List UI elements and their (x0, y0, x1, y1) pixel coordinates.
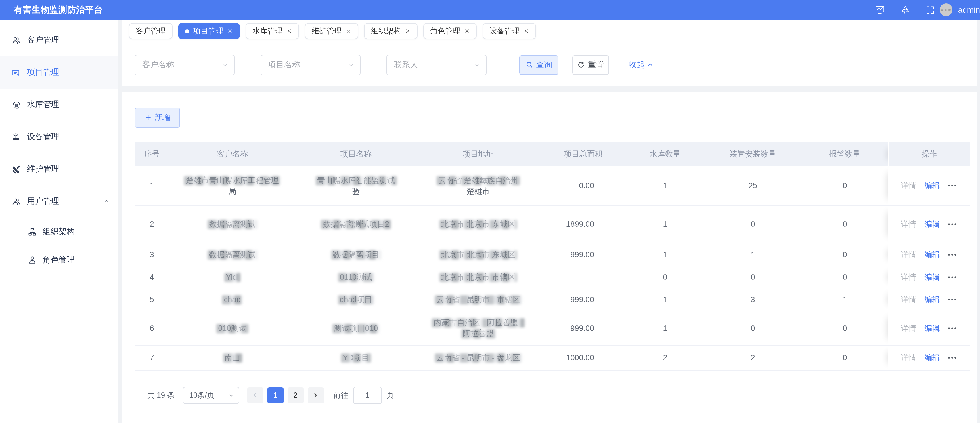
table-header-row: 序号客户名称项目名称项目地址项目总面积水库数量装置安装数量报警数量操作 (135, 142, 970, 166)
goto-label: 前往 (333, 390, 348, 400)
edit-action[interactable]: 编辑 (924, 294, 940, 305)
page-size-select[interactable]: 10条/页 (183, 386, 239, 404)
page-button-2[interactable]: 2 (287, 387, 303, 403)
sidebar-item-3[interactable]: 水库管理 (0, 89, 118, 121)
close-icon[interactable] (523, 28, 529, 34)
tab-1[interactable]: 客户管理 (129, 23, 173, 39)
column-header-9: 操作 (888, 142, 970, 166)
query-button[interactable]: 查询 (519, 55, 558, 75)
monitor-chart-icon[interactable] (874, 4, 886, 16)
sidebar-item-6[interactable]: 用户管理 (0, 185, 118, 217)
more-actions[interactable]: ••• (948, 352, 957, 363)
tab-5[interactable]: 组织架构 (364, 23, 418, 39)
tab-4[interactable]: 维护管理 (305, 23, 358, 39)
filter-select-1[interactable]: 客户名称 (135, 54, 235, 75)
cell-devices: 0 (704, 206, 802, 243)
sidebar-subitem-label: 角色管理 (43, 255, 110, 265)
fullscreen-icon[interactable] (925, 4, 936, 16)
close-icon[interactable] (227, 28, 233, 34)
cell-index: 3 (135, 243, 169, 266)
detail-action[interactable]: 详情 (900, 219, 916, 230)
close-icon[interactable] (286, 28, 292, 34)
chevron-up-icon (647, 62, 653, 68)
main-area: 客户管理 项目管理 水库管理 维护管理 组织架构 角色管理 设备管理 客户名称 … (118, 19, 980, 423)
sidebar-item-1[interactable]: 客户管理 (0, 24, 118, 56)
column-header-2: 客户名称 (169, 142, 296, 166)
content-card: 新增 序号客户名称项目名称项目地址项目总面积水库数量装置安装数量报警数量操作 1… (122, 92, 977, 423)
search-icon (526, 61, 533, 69)
sidebar-item-4[interactable]: 设备管理 (0, 121, 118, 153)
edit-action[interactable]: 编辑 (924, 271, 940, 282)
tab-3[interactable]: 水库管理 (246, 23, 299, 39)
goto-page-input[interactable] (353, 386, 382, 404)
sidebar-item-5[interactable]: 维护管理 (0, 153, 118, 185)
detail-action[interactable]: 详情 (900, 352, 916, 363)
cell-alarms: 1 (802, 288, 888, 311)
table-row-2: 2数据隔离测试数据隔离测试项目2北京市 北京市 东城区1899.00100 详情… (135, 206, 970, 243)
edit-action[interactable]: 编辑 (924, 322, 940, 334)
next-page-button[interactable] (307, 387, 323, 403)
page-button-1[interactable]: 1 (267, 387, 283, 403)
tab-7[interactable]: 设备管理 (482, 23, 536, 39)
detail-action[interactable]: 详情 (900, 271, 916, 282)
edit-action[interactable]: 编辑 (924, 249, 940, 260)
chevron-up-icon (103, 198, 110, 205)
detail-action[interactable]: 详情 (900, 322, 916, 334)
reset-button[interactable]: 重置 (572, 55, 609, 75)
cell-alarms: 0 (802, 266, 888, 288)
close-icon[interactable] (346, 28, 352, 34)
close-icon[interactable] (464, 28, 470, 34)
detail-action[interactable]: 详情 (900, 180, 916, 192)
cell-text: 局 (229, 187, 236, 196)
more-actions[interactable]: ••• (948, 219, 957, 230)
filter-select-3[interactable]: 联系人 (387, 54, 487, 75)
edit-action[interactable]: 编辑 (924, 352, 940, 363)
sidebar-subitem-2[interactable]: 角色管理 (0, 246, 118, 274)
cell-devices: 0 (704, 311, 802, 345)
more-actions[interactable]: ••• (948, 322, 957, 334)
partial-row (135, 370, 970, 374)
cell-area (540, 266, 626, 288)
table-row-6: 6010测试测试项目010内蒙古自治区 - 阿拉善盟 -阿拉善盟999.0010… (135, 311, 970, 345)
select-placeholder: 客户名称 (142, 59, 174, 70)
projects-icon (11, 68, 21, 77)
cell-customer: 数据隔离测试 (169, 206, 296, 243)
tab-6[interactable]: 角色管理 (423, 23, 477, 39)
detail-action[interactable]: 详情 (900, 294, 916, 305)
sidebar-subitem-1[interactable]: 组织架构 (0, 217, 118, 246)
redacted-text: 内蒙古自治区 - 阿拉善盟 - (434, 317, 523, 328)
sidebar-item-2[interactable]: 项目管理 (0, 56, 118, 89)
more-actions[interactable]: ••• (948, 180, 957, 192)
cell-actions: 详情 编辑 ••• (888, 166, 970, 206)
recycle-icon[interactable] (899, 4, 911, 16)
sidebar-item-label: 设备管理 (27, 132, 110, 142)
detail-action[interactable]: 详情 (900, 249, 916, 260)
edit-action[interactable]: 编辑 (924, 219, 940, 230)
role-icon (28, 255, 37, 265)
table-body: 1楚雄市青山嘴水库工程管理局青山嘴水库智能监测试验云南省 楚雄彝族自治州楚雄市0… (135, 166, 970, 374)
cell-address: 云南省 楚雄彝族自治州楚雄市 (416, 166, 540, 206)
edit-action[interactable]: 编辑 (924, 180, 940, 192)
collapse-link[interactable]: 收起 (628, 59, 653, 70)
prev-page-button[interactable] (247, 387, 263, 403)
cell-devices: 2 (704, 345, 802, 370)
tab-2[interactable]: 项目管理 (178, 23, 240, 39)
sidebar-subitem-label: 组织架构 (43, 227, 110, 237)
more-actions[interactable]: ••• (948, 271, 957, 282)
tab-bar: 客户管理 项目管理 水库管理 维护管理 组织架构 角色管理 设备管理 (122, 19, 977, 43)
tab-label: 组织架构 (371, 26, 401, 36)
cell-devices: 0 (704, 266, 802, 288)
cell-customer: 楚雄市青山嘴水库工程管理局 (169, 166, 296, 206)
redacted-text: 南山 (224, 352, 240, 363)
username-label[interactable]: admin (958, 5, 980, 14)
user-avatar[interactable]: 400 x 400 (940, 3, 952, 16)
close-icon[interactable] (405, 28, 410, 34)
filter-select-2[interactable]: 项目名称 (261, 54, 361, 75)
more-actions[interactable]: ••• (948, 249, 957, 260)
sidebar-item-label: 客户管理 (27, 35, 110, 45)
redacted-text: chad (224, 294, 241, 305)
app-window: 有害生物监测防治平台 400 x 400 admin 客户管理 项目管理 水库管… (0, 0, 980, 423)
redacted-text: 北京市 北京市 东城区 (441, 219, 515, 230)
more-actions[interactable]: ••• (948, 294, 957, 305)
add-button[interactable]: 新增 (135, 108, 180, 128)
